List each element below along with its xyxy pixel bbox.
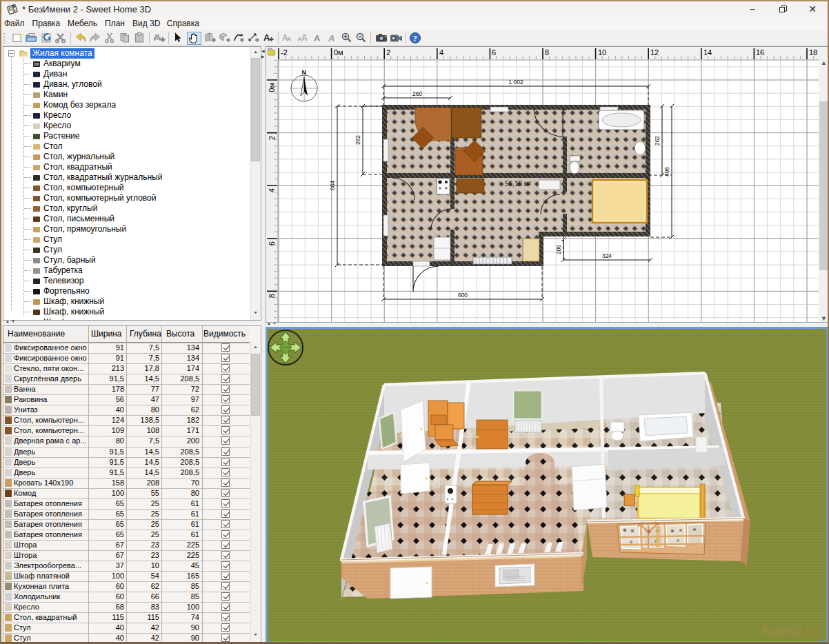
svg-text:262: 262 (654, 136, 661, 145)
svg-text:16: 16 (756, 48, 764, 57)
svg-text:14: 14 (703, 48, 712, 57)
svg-text:0м: 0м (334, 48, 343, 57)
svg-text:?: ? (412, 34, 417, 43)
svg-text:2: 2 (268, 136, 276, 140)
svg-text:A: A (263, 32, 270, 43)
svg-text:324: 324 (602, 252, 612, 259)
svg-text:10: 10 (598, 48, 606, 57)
svg-text:6: 6 (492, 48, 496, 57)
svg-text:600: 600 (458, 292, 468, 299)
svg-text:A: A (301, 33, 308, 43)
svg-text:18: 18 (809, 48, 817, 57)
svg-text:12: 12 (650, 48, 659, 57)
svg-text:A: A (328, 33, 334, 43)
svg-text:-2: -2 (281, 48, 288, 57)
svg-text:2: 2 (386, 48, 390, 57)
svg-text:260: 260 (412, 90, 422, 97)
svg-text:262: 262 (354, 135, 361, 145)
svg-text:N: N (302, 69, 307, 76)
svg-text:56,18 м²: 56,18 м² (505, 180, 532, 188)
svg-text:1 002: 1 002 (508, 79, 523, 85)
svg-text:КопіШ.ru: КопіШ.ru (762, 625, 819, 638)
svg-text:▲: ▲ (821, 59, 827, 66)
svg-text:▼: ▼ (821, 315, 827, 322)
svg-text:4: 4 (439, 48, 443, 57)
svg-text:206: 206 (555, 245, 562, 254)
svg-text:A: A (287, 36, 292, 43)
svg-text:0м: 0м (268, 83, 276, 92)
svg-text:4: 4 (268, 188, 276, 192)
svg-text:8: 8 (268, 294, 276, 298)
svg-text:6: 6 (268, 241, 276, 245)
svg-text:664: 664 (329, 181, 336, 190)
svg-text:8: 8 (545, 48, 549, 57)
svg-text:A: A (314, 33, 321, 43)
